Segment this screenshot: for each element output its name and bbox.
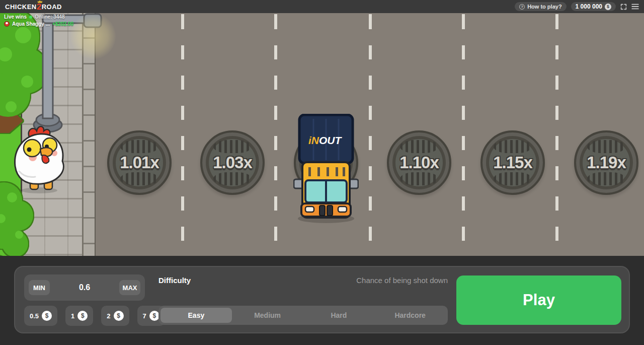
win-amount: +$202.00 — [52, 21, 73, 27]
hamburger-menu-icon — [631, 4, 639, 10]
chance-label: Chance of being shot down — [356, 276, 448, 285]
lamp-post — [28, 13, 108, 139]
chip-label: 2 — [107, 312, 110, 320]
multiplier-label: 1.01x — [109, 132, 170, 193]
coin-icon: $ — [605, 4, 611, 10]
chicken-character — [9, 125, 69, 196]
lane-line — [555, 13, 558, 256]
bet-value[interactable]: 0.6 — [79, 283, 90, 292]
control-panel: MIN 0.6 MAX 0.5 $ 1 $ 2 $ 7 $ Difficulty — [0, 256, 644, 345]
tab-medium[interactable]: Medium — [232, 308, 303, 323]
lane-line — [181, 13, 184, 256]
manhole-multiplier-6: 1.19x — [574, 130, 638, 195]
play-button[interactable]: Play — [456, 275, 621, 325]
live-wins-header: Live wins Online: 3448 — [4, 14, 73, 20]
bet-amount-box: MIN 0.6 MAX — [24, 274, 145, 301]
multiplier-label: 1.03x — [202, 132, 263, 193]
chip-label: 0.5 — [30, 312, 39, 320]
topbar-actions: ? How to play? 1 000 000 $ — [515, 2, 639, 11]
difficulty-header: Difficulty Chance of being shot down — [158, 276, 448, 285]
multiplier-label: 1.19x — [576, 132, 636, 193]
lane-line — [462, 13, 465, 256]
tab-hard[interactable]: Hard — [303, 308, 375, 323]
logo-text-road: ROAD — [42, 3, 62, 11]
manhole-multiplier-1: 1.01x — [107, 130, 172, 195]
player-name: Aqua Shaggy ... — [12, 21, 50, 27]
chicken-eye — [24, 140, 41, 157]
how-to-play-label: How to play? — [527, 4, 561, 10]
difficulty-tabs: Easy Medium Hard Hardcore — [158, 306, 448, 325]
chip-label: 7 — [143, 312, 146, 320]
logo-text-chicken: CHICKEN — [5, 3, 37, 11]
crown-icon — [38, 1, 42, 3]
fullscreen-icon — [620, 4, 627, 10]
truck-headlight-right — [338, 206, 347, 212]
manhole-multiplier-2: 1.03x — [200, 130, 265, 195]
logo-badge-2: 2 — [37, 3, 42, 11]
manhole-multiplier-4: 1.10x — [387, 130, 451, 195]
manhole-multiplier-5: 1.15x — [480, 130, 545, 195]
how-to-play-button[interactable]: ? How to play? — [515, 2, 566, 11]
truck-logo: iNOUT — [308, 134, 343, 146]
balance-display[interactable]: 1 000 000 $ — [571, 2, 616, 11]
multiplier-label: 1.15x — [482, 132, 543, 193]
dollar-icon: $ — [149, 311, 159, 321]
truck-headlight-left — [305, 206, 314, 212]
truck: iNOUT — [293, 114, 359, 228]
tab-easy[interactable]: Easy — [160, 308, 232, 323]
min-bet-button[interactable]: MIN — [29, 280, 50, 295]
tab-hardcore[interactable]: Hardcore — [374, 308, 446, 323]
online-count: Online: 3448 — [35, 14, 64, 20]
chip-2-button[interactable]: 2 $ — [101, 306, 129, 326]
online-dot-icon — [29, 16, 32, 19]
dollar-icon: $ — [114, 311, 124, 321]
lane-line — [369, 13, 372, 256]
live-win-entry: Aqua Shaggy ... +$202.00 — [4, 21, 73, 27]
multiplier-label: 1.10x — [389, 132, 449, 193]
fullscreen-button[interactable] — [620, 4, 627, 10]
difficulty-label: Difficulty — [158, 276, 191, 285]
player-avatar — [4, 21, 10, 27]
chip-1-button[interactable]: 1 $ — [65, 306, 93, 326]
top-bar: CHICKEN 2 ROAD ? How to play? 1 000 000 … — [0, 0, 644, 13]
app-logo: CHICKEN 2 ROAD — [5, 3, 62, 11]
live-wins-feed: Live wins Online: 3448 Aqua Shaggy ... +… — [4, 14, 73, 27]
chip-0.5-button[interactable]: 0.5 $ — [24, 306, 57, 326]
controls-card: MIN 0.6 MAX 0.5 $ 1 $ 2 $ 7 $ Difficulty — [14, 266, 630, 333]
dollar-icon: $ — [77, 311, 88, 321]
quick-bet-chips: 0.5 $ 1 $ 2 $ 7 $ — [24, 306, 165, 326]
dollar-icon: $ — [42, 311, 52, 321]
truck-grill — [327, 205, 333, 216]
menu-button[interactable] — [631, 4, 639, 10]
help-icon: ? — [519, 4, 525, 10]
lane-line — [274, 13, 277, 256]
chip-label: 1 — [71, 312, 74, 320]
truck-grill — [319, 205, 325, 216]
max-bet-button[interactable]: MAX — [119, 280, 140, 295]
live-wins-title: Live wins — [4, 14, 27, 20]
balance-value: 1 000 000 — [576, 3, 602, 10]
game-scene: 1.01x 1.03x 1.10x 1.15x 1.19x — [0, 13, 644, 256]
